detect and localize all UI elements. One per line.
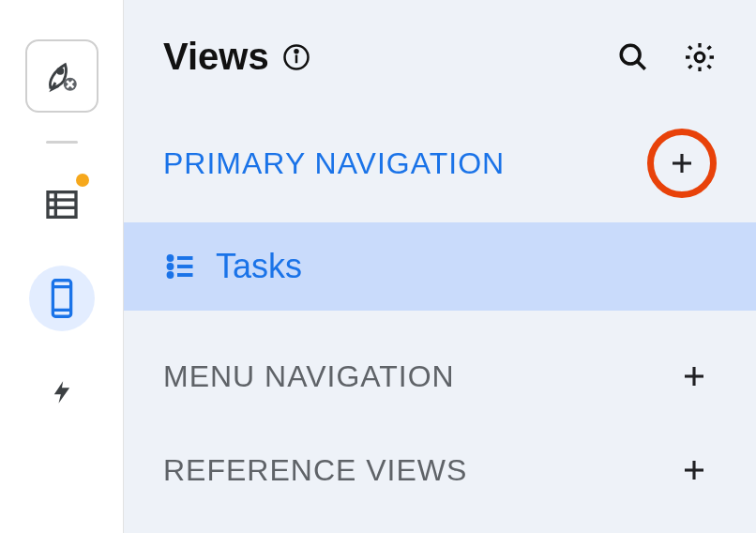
svg-rect-4 [48, 192, 76, 218]
svg-point-14 [621, 45, 640, 64]
highlight-circle [647, 129, 717, 198]
tasks-view-label: Tasks [216, 247, 302, 286]
left-rail [0, 0, 124, 533]
menu-navigation-label: MENU NAVIGATION [163, 359, 455, 394]
menu-navigation-section: MENU NAVIGATION [124, 329, 756, 423]
svg-point-0 [57, 69, 62, 73]
primary-navigation-section: PRIMARY NAVIGATION [124, 104, 756, 222]
rail-views-button[interactable] [29, 266, 95, 331]
rail-divider [46, 141, 78, 144]
svg-line-15 [637, 61, 645, 69]
panel-header: Views [124, 0, 756, 104]
phone-icon [46, 278, 78, 319]
add-primary-view-button[interactable] [659, 141, 704, 186]
rail-data-button[interactable] [29, 172, 95, 237]
search-icon[interactable] [617, 41, 649, 73]
tasks-view-item[interactable]: Tasks [124, 222, 756, 311]
svg-point-19 [169, 256, 173, 260]
svg-point-21 [169, 273, 173, 277]
bolt-icon [49, 373, 75, 411]
list-icon [163, 250, 197, 283]
rocket-icon [42, 56, 82, 96]
svg-point-20 [169, 265, 173, 268]
gear-icon[interactable] [683, 40, 717, 74]
panel-title: Views [163, 36, 269, 78]
reference-views-section: REFERENCE VIEWS [124, 423, 756, 517]
info-icon[interactable] [282, 43, 310, 71]
reference-views-label: REFERENCE VIEWS [163, 453, 467, 488]
rocket-button[interactable] [25, 39, 98, 113]
primary-navigation-label: PRIMARY NAVIGATION [163, 146, 505, 181]
add-menu-view-button[interactable] [672, 354, 717, 399]
notification-dot [76, 174, 89, 187]
add-reference-view-button[interactable] [672, 448, 717, 493]
rail-automation-button[interactable] [29, 359, 95, 425]
svg-point-13 [295, 50, 297, 53]
data-grid-icon [43, 186, 81, 223]
views-panel: Views PRIMARY NAVIGATION [124, 0, 756, 533]
svg-point-16 [695, 53, 704, 62]
